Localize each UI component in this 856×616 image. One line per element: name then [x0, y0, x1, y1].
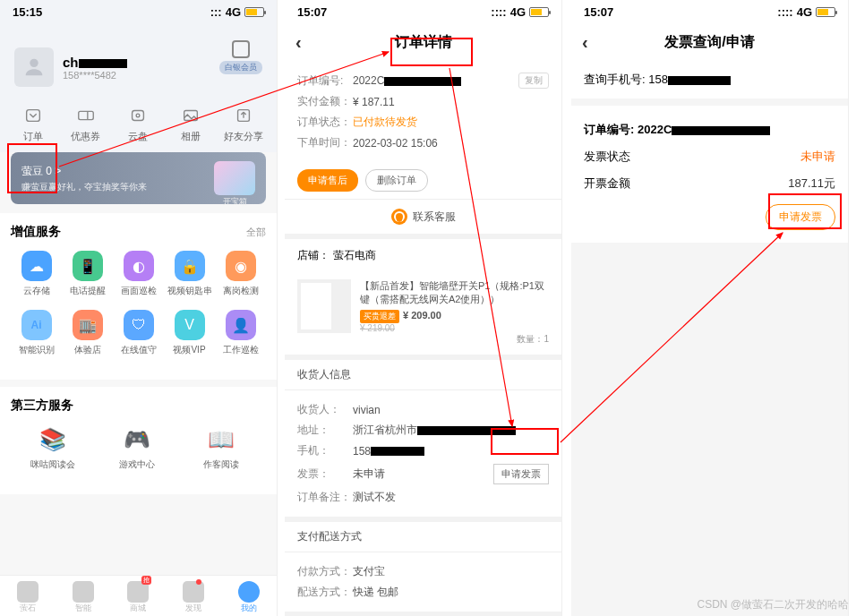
svg-rect-3 [133, 111, 144, 121]
shop-row[interactable]: 店铺：萤石电商 [285, 239, 561, 272]
vas-shop[interactable]: 🏬体验店 [62, 310, 113, 356]
avatar[interactable] [14, 47, 54, 87]
page-header: ‹ 订单详情 [285, 24, 561, 61]
status-bar: 15:15 ::: 4G [0, 0, 277, 24]
calc-header: 结算信息 [285, 612, 561, 616]
battery-icon [529, 7, 549, 17]
yingdou-banner[interactable]: 萤豆 0 >赚萤豆赢好礼，夺宝抽奖等你来 开宝箱 [11, 152, 266, 204]
tab-mall[interactable]: 抢商城 [111, 581, 167, 614]
status-bar: 15:07 :::: 4G [285, 0, 561, 24]
vas-patrol[interactable]: ◐画面巡检 [113, 251, 164, 297]
user-phone: 158****5482 [63, 70, 127, 81]
redaction [79, 59, 127, 68]
vas-section: 增值服务全部 ☁云存储 📱电话提醒 ◐画面巡检 🔒视频钥匙串 ◉离岗检测 Ai智… [0, 213, 277, 380]
third-title: 第三方服务 [11, 398, 73, 414]
order-info: 订单编号:2022C复制 实付金额：¥ 187.11 订单状态：已付款待发货 下… [285, 61, 561, 162]
phone-order-detail: 15:07 :::: 4G ‹ 订单详情 订单编号:2022C复制 实付金额：¥… [285, 0, 562, 616]
third-party-section: 第三方服务 📚咪咕阅读会 🎮游戏中心 📖作客阅读 [0, 387, 277, 494]
tab-mine[interactable]: 我的 [221, 581, 277, 614]
apply-invoice-button[interactable]: 申请发票 [493, 464, 549, 484]
vas-vip[interactable]: V视频VIP [164, 310, 215, 356]
menu-coupons[interactable]: 优惠券 [60, 105, 113, 143]
invoice-card: 订单编号: 2022C 发票状态未申请 开票金额187.11元 申请发票 [571, 106, 848, 243]
scan-icon[interactable] [232, 40, 250, 58]
svg-rect-1 [27, 110, 40, 122]
page-header: ‹ 发票查询/申请 [571, 24, 848, 61]
phone-invoice: 15:07 :::: 4G ‹ 发票查询/申请 查询手机号: 158 订单编号:… [571, 0, 849, 616]
order-status: 已付款待发货 [353, 115, 549, 130]
menu-album[interactable]: 相册 [165, 105, 218, 143]
third-migu[interactable]: 📚咪咕阅读会 [11, 424, 95, 471]
menu-cloud[interactable]: 云盘 [112, 105, 165, 143]
menu-share[interactable]: 好友分享 [217, 105, 270, 143]
signal: ::: 4G [210, 5, 264, 19]
product-image [297, 279, 351, 333]
delete-order-button[interactable]: 删除订单 [365, 169, 428, 192]
tab-home[interactable]: 萤石 [0, 581, 56, 614]
apply-invoice-button[interactable]: 申请发票 [766, 204, 835, 230]
page-title: 发票查询/申请 [664, 33, 754, 52]
battery-icon [244, 7, 264, 17]
vas-title: 增值服务 [11, 224, 61, 240]
svg-rect-2 [79, 111, 94, 119]
vas-guard[interactable]: 🛡在线值守 [113, 310, 164, 356]
contact-service[interactable]: 联系客服 [285, 199, 561, 239]
time: 15:07 [584, 5, 613, 19]
third-game[interactable]: 🎮游戏中心 [95, 424, 179, 471]
invoice-status: 未申请 [800, 149, 835, 165]
vas-work[interactable]: 👤工作巡检 [215, 310, 266, 356]
product-row[interactable]: 【新品首发】智能墙壁开关P1（规格:P1双键（需搭配无线网关A2使用）） 买贵退… [285, 272, 561, 355]
copy-button[interactable]: 复制 [518, 73, 549, 89]
treasure-box-icon [214, 161, 255, 195]
product-name: 【新品首发】智能墙壁开关P1（规格:P1双键（需搭配无线网关A2使用）） [360, 279, 549, 306]
time: 15:15 [13, 5, 42, 19]
tab-smart[interactable]: 智能 [56, 581, 111, 614]
shipping-header: 支付配送方式 [285, 517, 561, 552]
battery-icon [816, 7, 835, 17]
tab-bar: 萤石 智能 抢商城 发现 我的 [0, 575, 277, 616]
vas-more[interactable]: 全部 [246, 226, 266, 239]
member-badge: 白银会员 [219, 61, 262, 74]
headset-icon [391, 209, 407, 225]
back-icon[interactable]: ‹ [295, 32, 302, 53]
vas-away[interactable]: ◉离岗检测 [215, 251, 266, 297]
third-read[interactable]: 📖作客阅读 [179, 424, 263, 471]
query-phone-card: 查询手机号: 158 [571, 61, 848, 98]
tab-discover[interactable]: 发现 [166, 581, 221, 614]
time: 15:07 [297, 5, 327, 19]
recipient-header: 收货人信息 [285, 355, 561, 390]
quick-menu: 订单 优惠券 云盘 相册 好友分享 [0, 90, 277, 152]
vas-ai[interactable]: Ai智能识别 [11, 310, 62, 356]
watermark: CSDN @做萤石二次开发的哈哈 [697, 597, 849, 612]
page-title: 订单详情 [395, 33, 452, 52]
vas-phone[interactable]: 📱电话提醒 [62, 251, 113, 297]
status-bar: 15:07 :::: 4G [571, 0, 848, 24]
phone-profile: 15:15 ::: 4G ch 158****5482 白银会员 订单 优惠券 … [0, 0, 278, 616]
profile-header: ch 158****5482 白银会员 [0, 24, 277, 90]
username: ch [63, 55, 79, 70]
invoice-amount: 187.11元 [788, 175, 835, 192]
back-icon[interactable]: ‹ [582, 32, 588, 53]
svg-point-4 [137, 114, 141, 117]
menu-orders[interactable]: 订单 [7, 105, 60, 143]
svg-point-0 [30, 59, 38, 67]
vas-key[interactable]: 🔒视频钥匙串 [164, 251, 215, 297]
after-sale-button[interactable]: 申请售后 [297, 169, 358, 192]
vas-cloud[interactable]: ☁云存储 [11, 251, 62, 297]
